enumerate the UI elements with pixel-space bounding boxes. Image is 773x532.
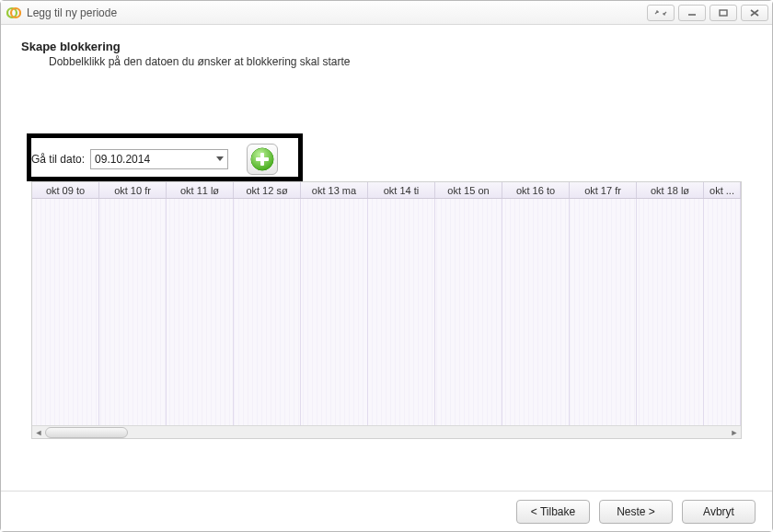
goto-date-value: 09.10.2014: [91, 153, 213, 166]
calendar-header-overflow[interactable]: okt ...: [704, 182, 741, 198]
maximize-button[interactable]: [710, 5, 737, 21]
calendar-header-row: okt 09 to okt 10 fr okt 11 lø okt 12 sø …: [32, 182, 741, 199]
horizontal-scrollbar[interactable]: ◄ ►: [32, 425, 741, 438]
calendar-header-col[interactable]: okt 18 lø: [637, 182, 704, 198]
back-button[interactable]: < Tilbake: [516, 500, 590, 524]
add-button[interactable]: [247, 144, 278, 175]
calendar-day-col[interactable]: [704, 199, 741, 425]
calendar-day-col[interactable]: [435, 199, 502, 425]
calendar-grid[interactable]: okt 09 to okt 10 fr okt 11 lø okt 12 sø …: [31, 181, 742, 439]
calendar-day-col[interactable]: [570, 199, 637, 425]
calendar-body[interactable]: [32, 199, 741, 425]
titlebar: Legg til ny periode: [1, 1, 772, 25]
calendar-day-col[interactable]: [301, 199, 368, 425]
content-area: Skape blokkering Dobbelklikk på den dato…: [1, 25, 772, 531]
calendar-header-col[interactable]: okt 10 fr: [99, 182, 167, 198]
calendar-day-col[interactable]: [167, 199, 234, 425]
svg-rect-7: [256, 157, 269, 161]
minimize-button[interactable]: [678, 5, 706, 21]
goto-date-label: Gå til dato:: [31, 153, 85, 166]
calendar-header-col[interactable]: okt 16 to: [502, 182, 570, 198]
scroll-left-arrow-icon[interactable]: ◄: [32, 427, 45, 438]
page-subheading: Dobbelklikk på den datoen du ønsker at b…: [49, 55, 757, 68]
plus-icon: [250, 147, 274, 171]
close-button[interactable]: [741, 5, 768, 21]
calendar-header-col[interactable]: okt 14 ti: [368, 182, 435, 198]
svg-rect-3: [720, 10, 727, 16]
calendar-header-col[interactable]: okt 13 ma: [301, 182, 368, 198]
dialog-window: Legg til ny periode Skape blokkering Dob…: [0, 0, 773, 532]
calendar-header-col[interactable]: okt 09 to: [32, 182, 99, 198]
chevron-down-icon[interactable]: [213, 150, 227, 168]
calendar-day-col[interactable]: [368, 199, 435, 425]
goto-date-input[interactable]: 09.10.2014: [90, 149, 228, 169]
calendar-day-col[interactable]: [234, 199, 301, 425]
page-heading: Skape blokkering: [21, 40, 757, 53]
calendar-header-col[interactable]: okt 15 on: [435, 182, 502, 198]
cancel-button[interactable]: Avbryt: [682, 500, 756, 524]
app-icon: [6, 6, 21, 20]
next-button[interactable]: Neste >: [599, 500, 673, 524]
calendar-header-col[interactable]: okt 12 sø: [234, 182, 301, 198]
sync-button[interactable]: [647, 5, 675, 21]
wizard-footer: < Tilbake Neste > Avbryt: [1, 491, 772, 531]
calendar-day-col[interactable]: [99, 199, 167, 425]
calendar-header-col[interactable]: okt 11 lø: [167, 182, 234, 198]
window-title: Legg til ny periode: [27, 6, 117, 19]
goto-date-row: Gå til dato: 09.10.2014: [31, 145, 278, 173]
scrollbar-thumb[interactable]: [45, 427, 128, 438]
calendar-day-col[interactable]: [32, 199, 99, 425]
scrollbar-track[interactable]: [45, 427, 728, 438]
calendar-header-col[interactable]: okt 17 fr: [570, 182, 637, 198]
calendar-day-col[interactable]: [502, 199, 570, 425]
scroll-right-arrow-icon[interactable]: ►: [728, 427, 741, 438]
calendar-day-col[interactable]: [637, 199, 704, 425]
